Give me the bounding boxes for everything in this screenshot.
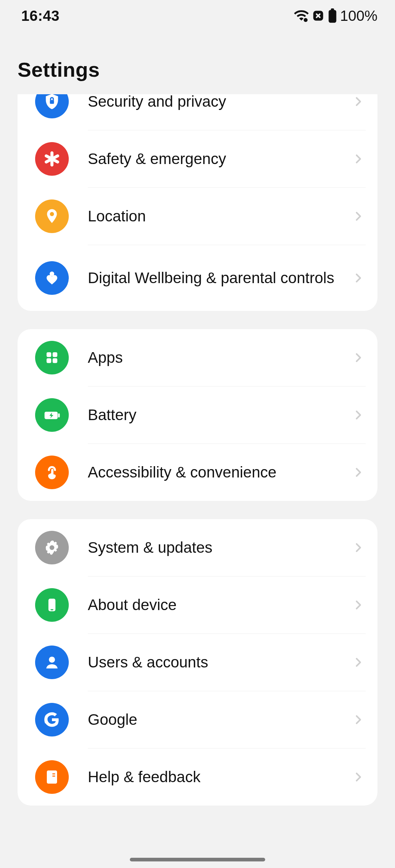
settings-group: Security and privacy Safety & emergency — [18, 94, 377, 311]
chevron-right-icon — [351, 408, 366, 422]
settings-row-label: Help & feedback — [69, 767, 351, 787]
status-time: 16:43 — [21, 8, 60, 24]
settings-row-wellbeing[interactable]: Digital Wellbeing & parental controls — [18, 245, 377, 311]
svg-point-19 — [49, 656, 55, 663]
heart-person-icon — [35, 261, 69, 295]
settings-row-label: Accessibility & convenience — [69, 462, 351, 483]
page-header: Settings — [0, 31, 395, 94]
battery-icon — [328, 8, 337, 23]
svg-rect-15 — [58, 414, 60, 418]
person-icon — [35, 646, 69, 679]
svg-rect-20 — [52, 773, 55, 774]
chevron-right-icon — [351, 350, 366, 365]
chevron-right-icon — [351, 770, 366, 784]
no-sim-icon — [312, 9, 325, 22]
svg-rect-12 — [46, 358, 51, 363]
wifi-icon — [294, 8, 309, 23]
settings-row-help[interactable]: Help & feedback — [18, 749, 377, 806]
shield-lock-icon — [35, 94, 69, 118]
chevron-right-icon — [351, 655, 366, 670]
settings-row-label: Digital Wellbeing & parental controls — [69, 268, 351, 288]
chevron-right-icon — [351, 540, 366, 555]
svg-rect-10 — [46, 352, 51, 357]
asterisk-icon — [35, 142, 69, 176]
help-book-icon — [35, 760, 69, 794]
settings-group: Apps Battery Accessibility & convenience — [18, 329, 377, 501]
svg-point-0 — [304, 18, 308, 22]
settings-row-label: Google — [69, 710, 351, 730]
touch-icon — [35, 456, 69, 489]
settings-row-users[interactable]: Users & accounts — [18, 634, 377, 691]
battery-percentage: 100% — [340, 8, 377, 24]
settings-row-accessibility[interactable]: Accessibility & convenience — [18, 444, 377, 501]
settings-row-label: Users & accounts — [69, 652, 351, 673]
settings-row-safety[interactable]: Safety & emergency — [18, 130, 377, 187]
svg-point-8 — [50, 212, 54, 216]
svg-rect-11 — [53, 352, 57, 357]
page-title: Settings — [18, 58, 377, 81]
settings-row-label: Apps — [69, 348, 351, 368]
settings-row-label: Location — [69, 206, 351, 226]
svg-rect-21 — [52, 776, 55, 777]
svg-rect-18 — [50, 609, 53, 610]
chevron-right-icon — [351, 271, 366, 285]
settings-list[interactable]: Security and privacy Safety & emergency — [0, 94, 395, 806]
settings-row-label: Battery — [69, 405, 351, 425]
settings-row-about[interactable]: About device — [18, 576, 377, 633]
settings-row-label: Security and privacy — [69, 94, 351, 111]
svg-rect-13 — [53, 358, 57, 363]
chevron-right-icon — [351, 598, 366, 612]
chevron-right-icon — [351, 152, 366, 166]
chevron-right-icon — [351, 209, 366, 224]
settings-row-label: Safety & emergency — [69, 149, 351, 169]
phone-icon — [35, 588, 69, 622]
google-icon — [35, 703, 69, 736]
settings-row-battery[interactable]: Battery — [18, 387, 377, 443]
settings-group: System & updates About device Users & ac… — [18, 519, 377, 806]
home-indicator[interactable] — [130, 858, 265, 861]
battery-charging-icon — [35, 398, 69, 432]
apps-grid-icon — [35, 341, 69, 374]
settings-row-location[interactable]: Location — [18, 188, 377, 245]
svg-rect-3 — [331, 8, 334, 10]
svg-rect-4 — [50, 100, 54, 104]
location-pin-icon — [35, 199, 69, 233]
svg-rect-2 — [328, 10, 336, 23]
gear-icon — [35, 531, 69, 564]
settings-screen: 16:43 100% Settings — [0, 0, 395, 868]
settings-row-apps[interactable]: Apps — [18, 329, 377, 386]
status-bar: 16:43 100% — [0, 0, 395, 31]
settings-row-system[interactable]: System & updates — [18, 519, 377, 576]
settings-row-label: System & updates — [69, 538, 351, 558]
chevron-right-icon — [351, 712, 366, 727]
chevron-right-icon — [351, 94, 366, 109]
settings-row-label: About device — [69, 595, 351, 615]
settings-row-google[interactable]: Google — [18, 691, 377, 748]
settings-row-security[interactable]: Security and privacy — [18, 94, 377, 130]
svg-point-16 — [50, 545, 54, 550]
chevron-right-icon — [351, 465, 366, 480]
status-icons: 100% — [294, 8, 377, 24]
